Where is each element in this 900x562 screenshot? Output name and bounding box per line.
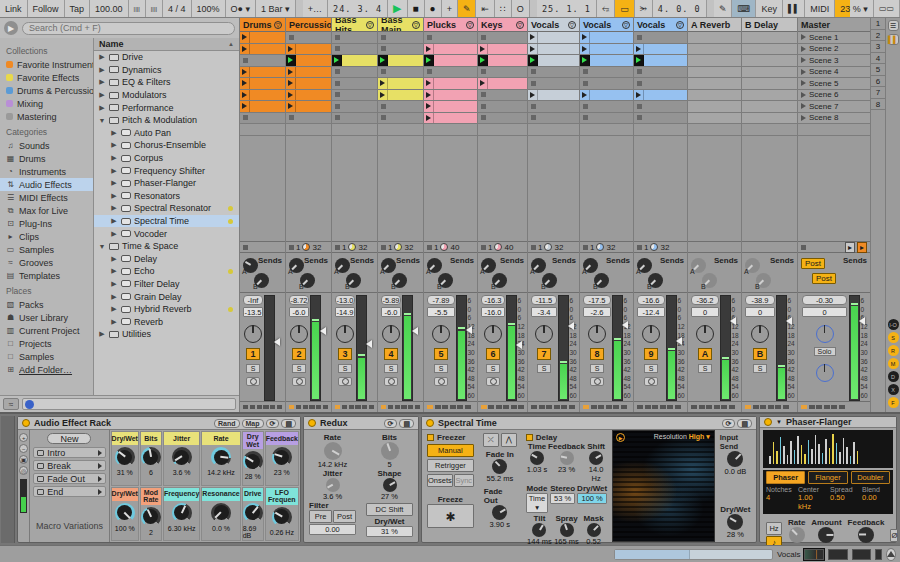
fade-in-knob[interactable] [492,459,507,474]
clip-slot[interactable] [528,32,579,44]
clip-body[interactable] [250,32,285,43]
scene-launch-icon[interactable] [801,34,806,40]
place-item-packs[interactable]: ▧Packs [0,298,93,311]
volume-display[interactable]: -5.5 [427,307,455,317]
clip-stop-icon[interactable] [531,69,536,74]
send-b-knob[interactable]: B [542,273,557,288]
clip-launch-button[interactable] [424,55,434,66]
macro-value[interactable]: 6.30 kHz [168,525,196,532]
track-header[interactable]: Drums▽ [240,18,285,32]
solo-button[interactable]: S [292,364,306,373]
redux-filter-pre-button[interactable]: Pre [309,510,332,523]
clip-stop-button[interactable] [289,245,294,250]
fader-handle-icon[interactable] [786,317,792,325]
clip-slot[interactable] [580,78,633,90]
solo-button[interactable]: S [753,364,767,373]
pan-knob[interactable] [244,325,262,343]
clip-slot[interactable] [478,32,527,44]
clip-slot[interactable] [378,55,423,67]
track-header[interactable]: A Reverb [688,18,741,32]
resolution-control[interactable]: Resolution High ▾ [654,433,710,441]
draw-mode-button[interactable]: ✎ [458,0,477,17]
phase-invert-button[interactable]: Ø [890,529,898,542]
clip-body[interactable] [296,90,331,101]
freezer-manual-button[interactable]: Manual [427,444,474,457]
clip-body[interactable] [644,90,687,101]
clip-launch-button[interactable] [580,44,590,55]
pan-knob[interactable] [642,325,660,343]
macro-value[interactable]: 28 % [245,473,261,480]
delay-drywet-value[interactable]: 100 % [577,493,607,504]
clip-stop-icon[interactable] [381,115,386,120]
fader-handle-icon[interactable] [730,317,736,325]
hot-swap-icon[interactable]: ⟳ [384,419,398,428]
clip-slot[interactable] [688,90,741,102]
peak-level-display[interactable]: -13.0 [335,295,355,305]
pan-knob[interactable] [751,325,769,343]
clip-slot[interactable] [332,67,377,79]
clip-stop-button[interactable] [427,245,432,250]
clip-slot[interactable] [378,78,423,90]
clip-body[interactable] [296,78,331,89]
mixer-section-toggle-s[interactable]: S [888,332,899,343]
loop-start-display[interactable]: 25. 1. 1 [537,0,597,17]
device-activator-icon[interactable] [308,419,316,427]
volume-display[interactable]: -14.9 [335,307,355,317]
clip-slot[interactable] [378,90,423,102]
send-a-knob[interactable]: A [381,258,396,273]
send-a-knob[interactable]: A [637,258,652,273]
variation-row-intro[interactable]: Intro [33,447,105,458]
expand-arrow-icon[interactable]: ▶ [110,129,118,137]
tree-item-echo[interactable]: ▶Echo [94,265,239,278]
global-drywet-value[interactable]: 28 % [727,530,744,539]
macro-knob[interactable] [272,507,292,527]
track-header[interactable]: Vocals▽ [634,18,687,32]
clip-slot[interactable] [424,32,477,44]
mode-doubler-button[interactable]: Doubler [851,471,890,484]
device-activator-icon[interactable] [22,419,30,427]
clip-slot[interactable] [528,44,579,56]
clip-launch-button[interactable] [378,78,388,89]
track-header[interactable]: Keys▽ [478,18,527,32]
sidebar-item-instruments[interactable]: ◔Instruments [0,165,93,178]
clip-body[interactable] [434,113,477,124]
device-chain-thumbnail[interactable] [875,549,881,560]
macro-value[interactable]: 23 % [274,469,290,476]
device-title[interactable]: Redux [320,418,348,428]
clip-launch-button[interactable] [478,44,488,55]
clip-slot[interactable] [424,67,477,79]
clip-body[interactable] [538,55,579,66]
pan-knob[interactable] [484,325,502,343]
volume-display[interactable]: -3.4 [531,307,557,317]
variation-launch-icon[interactable] [98,450,102,456]
clip-body[interactable] [250,90,285,101]
mixer-section-toggle-x[interactable]: X [888,384,899,395]
shift-knob[interactable] [589,451,603,465]
clip-stop-icon[interactable] [381,69,386,74]
clip-body[interactable] [644,55,687,66]
clip-slot[interactable] [478,78,527,90]
clip-body[interactable] [538,90,579,101]
toolbar-left-item-5[interactable]: |||| [146,0,163,17]
send-b-knob[interactable]: B [492,273,507,288]
param-value[interactable]: 0.00 [862,493,890,502]
clip-slot[interactable] [332,32,377,44]
save-preset-icon[interactable]: ▤ [281,419,296,428]
clip-stop-icon[interactable] [427,35,432,40]
clip-slot[interactable] [742,90,797,102]
clip-slot[interactable] [424,101,477,113]
sidebar-item-audio-effects[interactable]: ⇅Audio Effects [0,178,93,191]
redux-bits-value[interactable]: 5 [387,460,391,469]
stop-all-clips-button[interactable] [801,245,806,250]
solo-button[interactable]: S [246,364,260,373]
track-header-menu-icon[interactable]: ▽ [412,21,420,29]
clip-body[interactable] [388,55,423,66]
punch-in-icon[interactable]: ⭂ [597,0,615,17]
macro-knob[interactable] [172,503,192,523]
collection-item-mixing[interactable]: Mixing [0,97,93,110]
clip-slot[interactable] [286,55,331,67]
clip-stop-button[interactable] [243,245,248,250]
scene-number[interactable]: 8 [871,99,885,111]
peak-level-display[interactable]: -8.72 [289,295,309,305]
clip-body[interactable] [296,67,331,78]
